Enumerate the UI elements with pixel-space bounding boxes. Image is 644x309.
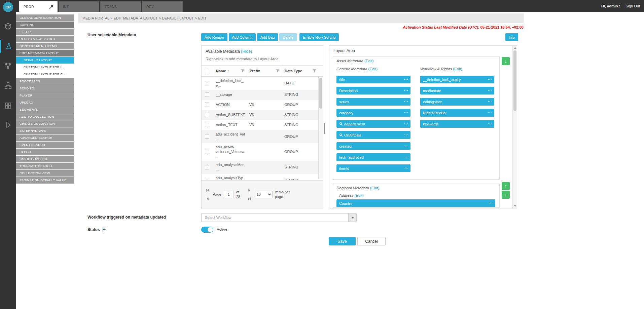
edit-link[interactable]: (Edit) [354,193,363,197]
workflow-dropdown[interactable]: Select Workflow [201,213,357,222]
chip-menu-icon[interactable]: ... [404,110,408,114]
save-button[interactable]: Save [329,237,356,245]
row-checkbox[interactable] [205,103,209,107]
panel-splitter[interactable] [324,123,325,134]
page-number-input[interactable] [224,191,234,198]
column-header-prefix[interactable]: Prefix [247,66,282,76]
sign-out-link[interactable]: Sign Out [625,4,640,8]
cancel-button[interactable]: Cancel [357,237,386,245]
grid-scrollbar[interactable] [318,77,323,179]
chip-menu-icon[interactable]: ... [488,87,492,91]
metadata-chip-rightsfreefor[interactable]: RightsFreeFor... [420,109,494,117]
flag-icon[interactable] [102,227,106,232]
chip-menu-icon[interactable]: ... [404,76,408,80]
play-icon[interactable] [0,118,16,132]
table-row[interactable]: adu_accident_Val...GROUP [202,130,318,143]
add-region-button[interactable]: Add Region [201,33,227,41]
sidebar-item-truncate-search[interactable]: TRUNCATE SEARCH [16,163,74,169]
metadata-chip-departement[interactable]: departement... [336,120,410,128]
sidebar-item-player[interactable]: PLAYER [16,92,74,99]
sidebar-item-global-configuration[interactable]: GLOBAL CONFIGURATION [16,14,74,21]
metadata-chip-series[interactable]: series... [336,98,410,106]
scroll-up-icon[interactable] [514,47,516,49]
hierarchy-icon[interactable] [0,79,16,92]
sidebar-item-context-menu-items[interactable]: CONTEXT MENU ITEMS [16,43,74,49]
chip-menu-icon[interactable]: ... [404,132,408,136]
chip-menu-icon[interactable]: ... [489,200,493,204]
metadata-chip-description[interactable]: Description... [336,87,410,94]
sidebar-item-external-apps[interactable]: EXTERNAL APPS [16,127,74,134]
metadata-chip-itemid[interactable]: itemId... [336,164,410,172]
sidebar-item-custom-layout-for-i[interactable]: CUSTOM LAYOUT FOR I... [16,64,74,71]
metadata-chip-title[interactable]: title... [336,76,410,83]
table-row[interactable]: __storageSTRING [202,90,318,100]
chip-menu-icon[interactable]: ... [404,99,408,103]
column-header-name[interactable]: Name ↑ [213,66,247,76]
filter-icon[interactable] [276,69,280,73]
hide-link[interactable]: (Hide) [241,49,252,54]
app-logo[interactable]: CP [3,2,13,12]
sidebar-item-delete[interactable]: DELETE [16,149,74,155]
metadata-chip-tech-approved[interactable]: tech_approved... [336,153,410,161]
chip-menu-icon[interactable]: ... [404,143,408,147]
modules-icon[interactable] [0,20,16,33]
edit-link[interactable]: (Edit) [367,67,378,71]
move-region-down-button[interactable]: ↓ [502,57,510,65]
sidebar-item-segments[interactable]: SEGMENTS [16,106,74,113]
sidebar-item-edit-metadata-layout[interactable]: EDIT METADATA LAYOUT [16,50,74,56]
table-row[interactable]: Action_SUBTEXTV3STRING [202,110,318,120]
page-size-select[interactable]: 10 [255,191,273,198]
chip-menu-icon[interactable]: ... [404,165,408,169]
tab-int[interactable]: INT [59,1,99,12]
lab-icon[interactable] [0,40,16,53]
layout-scrollbar[interactable] [512,46,517,208]
sidebar-item-advanced-search[interactable]: ADVANCED SEARCH [16,134,74,141]
table-row[interactable]: ACTIONV3GROUP [202,100,318,110]
tab-dev[interactable]: DEV [142,1,183,12]
chip-menu-icon[interactable]: ... [488,110,492,114]
chip-menu-icon[interactable]: ... [404,87,408,91]
row-checkbox[interactable] [205,134,209,139]
row-checkbox[interactable] [205,123,209,127]
scroll-down-icon[interactable] [514,205,516,207]
row-checkbox[interactable] [205,92,209,97]
sidebar-item-processes[interactable]: PROCESSES [16,78,74,85]
row-checkbox[interactable] [205,81,209,85]
status-toggle[interactable] [201,227,213,233]
metadata-chip-mediastate[interactable]: mediastate... [420,87,494,94]
grid-scrollbar-thumb[interactable] [319,78,322,109]
filter-icon[interactable] [313,69,316,73]
workflow-icon[interactable] [0,59,16,73]
row-checkbox[interactable] [205,165,209,169]
move-region-down-button-2[interactable]: ↓ [502,191,510,199]
move-region-up-button[interactable]: ↑ [502,182,510,190]
row-checkbox[interactable] [205,150,209,154]
tab-trans[interactable]: TRANS [100,1,141,12]
sidebar-item-result-view-layout[interactable]: RESULT VIEW LAYOUT [16,36,74,42]
table-row[interactable]: adu_act-of-violence_Valossa...GROUP [202,143,318,161]
sidebar-item-filter[interactable]: FILTER [16,29,74,35]
layout-scrollbar-thumb[interactable] [513,50,516,111]
add-column-button[interactable]: Add Column [229,33,256,41]
table-row[interactable]: adu_analysisMon...STRING [202,161,318,174]
metadata-chip-created[interactable]: created... [336,142,410,150]
chip-menu-icon[interactable]: ... [488,99,492,103]
metadata-chip-category[interactable]: category... [336,109,410,117]
info-button[interactable]: Info [505,33,518,41]
apps-icon[interactable] [0,99,16,112]
sidebar-item-send-to[interactable]: SEND TO [16,85,74,92]
metadata-chip-onairdate[interactable]: OnAirDate... [336,131,410,139]
row-checkbox[interactable] [205,113,209,117]
table-row[interactable]: __deletion_lock_e...DATE [202,77,318,90]
enable-row-sorting-button[interactable]: Enable Row Sorting [299,33,339,41]
sidebar-item-add-to-collection[interactable]: ADD TO COLLECTION [16,113,74,120]
table-row[interactable]: Action_TEXTV3STRING [202,120,318,130]
metadata-chip-country[interactable]: Country... [336,199,495,207]
sidebar-item-create-collection[interactable]: CREATE COLLECTION [16,120,74,127]
chip-menu-icon[interactable]: ... [488,121,492,125]
delete-button[interactable]: Delete [279,33,297,41]
add-bag-button[interactable]: Add Bag [257,33,278,41]
metadata-chip-editingstate[interactable]: editingstate... [420,98,494,106]
sidebar-item-image-grabber[interactable]: IMAGE GRABBER [16,156,74,162]
edit-link[interactable]: (Edit) [452,67,462,71]
